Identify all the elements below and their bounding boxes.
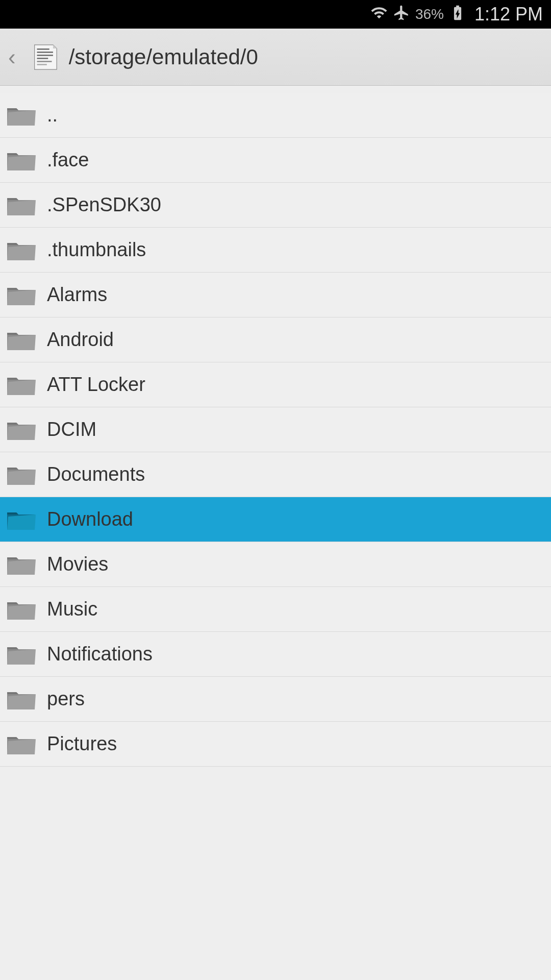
svg-rect-4: [37, 61, 52, 62]
wifi-icon: [370, 4, 388, 25]
app-bar: ‹ /storage/emulated/0: [0, 29, 551, 86]
status-bar: 36% 1:12 PM: [0, 0, 551, 29]
folder-icon: [6, 552, 37, 577]
file-row[interactable]: Music: [0, 587, 551, 632]
folder-icon: [6, 237, 37, 263]
svg-rect-5: [37, 64, 46, 65]
svg-rect-3: [37, 58, 48, 59]
folder-icon: [6, 507, 37, 532]
folder-icon: [6, 417, 37, 443]
file-label: Pictures: [47, 733, 117, 755]
file-list[interactable]: .. .face .SPenSDK30 .thumbnails Alarms: [0, 86, 551, 767]
file-label: Movies: [47, 553, 108, 575]
folder-icon: [6, 327, 37, 353]
battery-percentage: 36%: [415, 6, 444, 22]
battery-charging-icon: [449, 4, 466, 25]
file-row[interactable]: Notifications: [0, 632, 551, 677]
file-label: DCIM: [47, 419, 96, 440]
folder-icon: [6, 462, 37, 487]
file-row[interactable]: Download: [0, 497, 551, 542]
file-label: .thumbnails: [47, 239, 146, 261]
folder-icon: [6, 687, 37, 712]
file-row[interactable]: Android: [0, 317, 551, 362]
file-row[interactable]: Movies: [0, 542, 551, 587]
file-row[interactable]: Pictures: [0, 722, 551, 767]
file-row[interactable]: ATT Locker: [0, 362, 551, 407]
file-row[interactable]: DCIM: [0, 407, 551, 452]
file-row[interactable]: .face: [0, 138, 551, 183]
file-label: .face: [47, 149, 89, 171]
folder-icon: [6, 282, 37, 308]
file-label: Download: [47, 508, 133, 530]
file-row[interactable]: Documents: [0, 452, 551, 497]
file-label: Notifications: [47, 643, 153, 665]
file-label: Documents: [47, 463, 145, 485]
file-label: ATT Locker: [47, 374, 145, 396]
folder-icon: [6, 103, 37, 128]
file-label: ..: [47, 104, 58, 126]
folder-icon: [6, 372, 37, 398]
file-label: pers: [47, 688, 85, 710]
folder-icon: [6, 192, 37, 218]
clock: 1:12 PM: [474, 4, 543, 25]
breadcrumb: /storage/emulated/0: [69, 45, 258, 69]
file-label: Alarms: [47, 284, 107, 306]
folder-icon: [6, 597, 37, 622]
file-row[interactable]: .SPenSDK30: [0, 183, 551, 228]
file-row[interactable]: pers: [0, 677, 551, 722]
folder-icon: [6, 642, 37, 667]
file-row[interactable]: .thumbnails: [0, 228, 551, 273]
file-row[interactable]: ..: [0, 93, 551, 138]
svg-rect-2: [37, 55, 53, 56]
folder-icon: [6, 148, 37, 173]
folder-icon: [6, 731, 37, 757]
back-icon[interactable]: ‹: [4, 44, 20, 70]
svg-rect-0: [37, 48, 49, 50]
file-label: Music: [47, 598, 97, 620]
app-icon: [28, 41, 61, 74]
file-label: .SPenSDK30: [47, 194, 161, 216]
file-row[interactable]: Alarms: [0, 273, 551, 317]
airplane-icon: [393, 4, 410, 25]
svg-rect-1: [37, 52, 53, 53]
file-label: Android: [47, 329, 114, 351]
